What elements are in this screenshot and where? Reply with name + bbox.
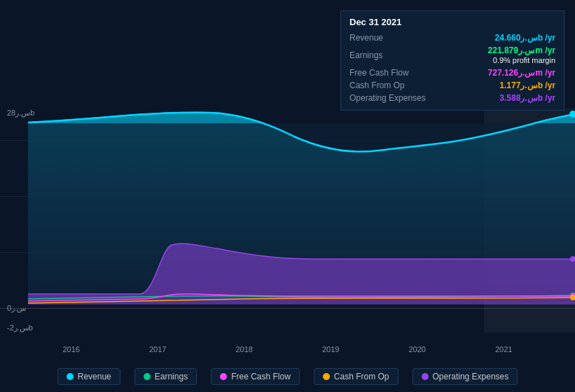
x-axis: 2016 2017 2018 2019 2020 2021	[0, 345, 575, 354]
x-label-2021: 2021	[495, 345, 512, 354]
legend-earnings[interactable]: Earnings	[134, 368, 197, 385]
legend-cashop[interactable]: Cash From Op	[314, 368, 399, 385]
legend-opex[interactable]: Operating Expenses	[413, 368, 518, 385]
legend-fcf-dot	[220, 373, 227, 380]
tooltip-cashop-label: Cash From Op	[349, 80, 405, 90]
legend-opex-label: Operating Expenses	[433, 372, 509, 382]
tooltip-profit-margin: 0.9% profit margin	[493, 56, 555, 64]
legend-earnings-dot	[144, 373, 151, 380]
tooltip-revenue-value: 24.660س.رb /yr	[495, 33, 555, 43]
tooltip-revenue-label: Revenue	[349, 33, 383, 43]
tooltip-fcf-value: 727.126س.رm /yr	[488, 68, 555, 78]
x-label-2019: 2019	[322, 345, 339, 354]
tooltip-panel: Dec 31 2021 Revenue 24.660س.رb /yr Earni…	[340, 10, 564, 111]
tooltip-opex-row: Operating Expenses 3.588س.رb /yr	[349, 92, 555, 104]
x-label-2016: 2016	[63, 345, 80, 354]
tooltip-title: Dec 31 2021	[349, 17, 555, 27]
tooltip-fcf-row: Free Cash Flow 727.126س.رm /yr	[349, 66, 555, 79]
legend-revenue-label: Revenue	[78, 372, 111, 382]
x-label-2020: 2020	[409, 345, 426, 354]
tooltip-cashop-row: Cash From Op 1.177س.رb /yr	[349, 79, 555, 92]
x-label-2018: 2018	[236, 345, 253, 354]
legend-fcf[interactable]: Free Cash Flow	[211, 368, 300, 385]
chart-svg	[0, 108, 575, 332]
legend-revenue[interactable]: Revenue	[57, 368, 120, 385]
legend-opex-dot	[422, 373, 429, 380]
legend-earnings-label: Earnings	[155, 372, 188, 382]
tooltip-fcf-label: Free Cash Flow	[349, 68, 409, 78]
legend-cashop-label: Cash From Op	[334, 372, 389, 382]
tooltip-opex-value: 3.588س.رb /yr	[499, 93, 555, 103]
tooltip-revenue-row: Revenue 24.660س.رb /yr	[349, 31, 555, 44]
tooltip-earnings-label: Earnings	[349, 50, 382, 60]
legend-fcf-label: Free Cash Flow	[231, 372, 291, 382]
tooltip-cashop-value: 1.177س.رb /yr	[499, 80, 555, 90]
legend-revenue-dot	[67, 373, 74, 380]
x-label-2017: 2017	[149, 345, 166, 354]
tooltip-earnings-value: 221.879س.رm /yr	[488, 46, 555, 55]
tooltip-opex-label: Operating Expenses	[349, 93, 426, 103]
legend-bar: Revenue Earnings Free Cash Flow Cash Fro…	[0, 368, 575, 385]
legend-cashop-dot	[323, 373, 330, 380]
tooltip-earnings-row: Earnings 221.879س.رm /yr 0.9% profit mar…	[349, 44, 555, 66]
